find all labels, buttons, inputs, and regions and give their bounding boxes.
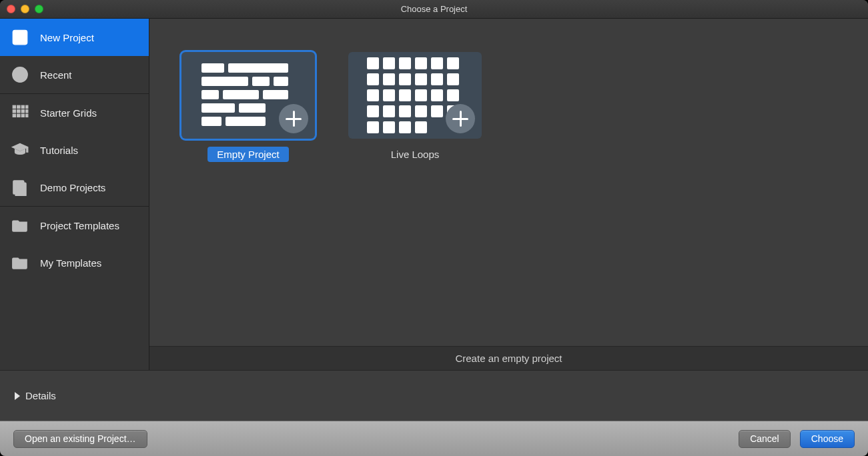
titlebar: Choose a Project xyxy=(0,0,868,19)
sidebar-item-label: My Templates xyxy=(40,257,101,269)
svg-rect-15 xyxy=(21,114,24,117)
tile-thumbnail xyxy=(348,52,482,139)
description-bar: Create an empty project xyxy=(149,346,868,370)
sidebar-item-starter-grids[interactable]: Starter Grids xyxy=(0,94,149,131)
graduation-cap-icon xyxy=(11,141,29,159)
cancel-button[interactable]: Cancel xyxy=(739,430,791,448)
tile-live-loops[interactable]: Live Loops xyxy=(348,52,482,162)
body-area: New Project Recent Starter Grids xyxy=(0,19,868,370)
grid-icon xyxy=(11,103,29,122)
svg-rect-5 xyxy=(13,105,15,108)
svg-rect-7 xyxy=(21,105,24,108)
tile-row: Empty Project Live Loops xyxy=(149,19,868,195)
bricks-illustration xyxy=(201,63,288,127)
choose-button[interactable]: Choose xyxy=(800,430,855,448)
sidebar-item-demo-projects[interactable]: Demo Projects xyxy=(0,169,149,206)
sidebar-item-tutorials[interactable]: Tutorials xyxy=(0,131,149,169)
svg-rect-8 xyxy=(26,105,28,108)
sidebar: New Project Recent Starter Grids xyxy=(0,19,149,370)
plus-icon xyxy=(446,104,475,133)
tile-label: Live Loops xyxy=(382,147,449,162)
window-title: Choose a Project xyxy=(0,4,868,14)
plus-icon xyxy=(279,104,308,133)
svg-rect-13 xyxy=(13,114,15,117)
tile-thumbnail xyxy=(181,52,315,139)
template-gallery: Empty Project Live Loops xyxy=(149,19,868,370)
sidebar-item-label: Recent xyxy=(40,69,72,81)
svg-rect-12 xyxy=(26,110,28,113)
sidebar-item-label: Starter Grids xyxy=(40,107,97,119)
project-chooser-window: Choose a Project New Project Recent xyxy=(0,0,868,456)
clock-icon xyxy=(11,65,29,84)
disk-icon xyxy=(11,28,29,47)
grid-illustration xyxy=(367,57,459,133)
sidebar-item-label: New Project xyxy=(40,32,94,43)
sidebar-item-label: Project Templates xyxy=(40,220,119,231)
sidebar-item-project-templates[interactable]: Project Templates xyxy=(0,207,149,244)
window-controls xyxy=(7,5,43,13)
tile-label: Empty Project xyxy=(207,147,288,162)
action-bar: Open an existing Project… Cancel Choose xyxy=(0,421,868,456)
svg-point-2 xyxy=(19,37,21,39)
details-label: Details xyxy=(25,390,56,401)
minimize-icon[interactable] xyxy=(21,5,29,13)
sidebar-item-label: Demo Projects xyxy=(40,182,105,193)
disclosure-triangle-icon xyxy=(15,392,20,400)
svg-rect-9 xyxy=(13,110,15,113)
sidebar-item-recent[interactable]: Recent xyxy=(0,56,149,93)
sidebar-item-new-project[interactable]: New Project xyxy=(0,19,149,56)
svg-rect-3 xyxy=(14,31,25,33)
folder-icon xyxy=(11,216,29,235)
svg-rect-16 xyxy=(26,114,28,117)
svg-rect-10 xyxy=(17,110,20,113)
svg-rect-6 xyxy=(17,105,20,108)
close-icon[interactable] xyxy=(7,5,15,13)
folder-icon xyxy=(11,253,29,272)
svg-rect-14 xyxy=(17,114,20,117)
open-existing-button[interactable]: Open an existing Project… xyxy=(13,430,147,448)
svg-rect-11 xyxy=(21,110,24,113)
sidebar-item-label: Tutorials xyxy=(40,145,78,156)
music-doc-icon xyxy=(11,178,29,197)
zoom-icon[interactable] xyxy=(35,5,43,13)
details-disclosure[interactable]: Details xyxy=(0,370,868,421)
sidebar-item-my-templates[interactable]: My Templates xyxy=(0,244,149,281)
tile-empty-project[interactable]: Empty Project xyxy=(181,52,315,162)
